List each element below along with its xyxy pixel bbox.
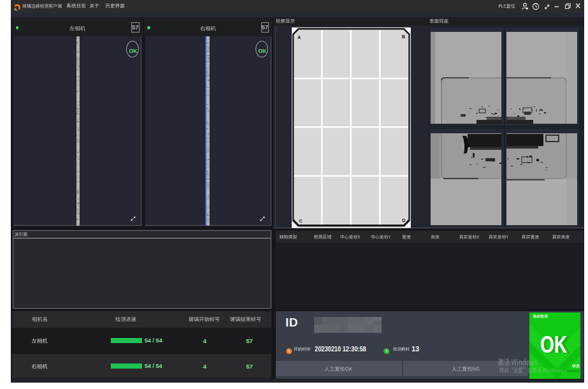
svg-text:A: A [298,34,301,40]
svg-text:B: B [402,34,405,40]
svg-text:D: D [402,217,405,223]
svg-text:C: C [299,218,303,224]
